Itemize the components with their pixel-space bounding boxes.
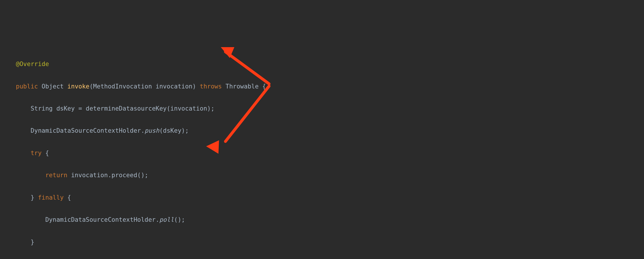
keyword-token: finally bbox=[38, 194, 64, 201]
signature-token: (MethodInvocation invocation) bbox=[89, 83, 196, 90]
keyword-token: throws bbox=[200, 83, 222, 90]
keyword-token: public bbox=[16, 83, 38, 90]
keyword-token: try bbox=[31, 150, 42, 157]
text-token: { bbox=[42, 150, 49, 157]
code-line: @Override bbox=[0, 58, 644, 70]
text-token: Throwable { bbox=[225, 83, 266, 90]
text-token: invocation.proceed(); bbox=[67, 172, 148, 179]
code-line: try { bbox=[0, 148, 644, 159]
text-token: } bbox=[31, 239, 34, 246]
code-line: DynamicDataSourceContextHolder.push(dsKe… bbox=[0, 125, 644, 136]
text-token: DynamicDataSourceContextHolder. bbox=[45, 216, 159, 223]
text-token: (dsKey); bbox=[159, 127, 189, 134]
code-line: } bbox=[0, 237, 644, 248]
text-token: } bbox=[31, 194, 38, 201]
code-line: public Object invoke(MethodInvocation in… bbox=[0, 81, 644, 92]
code-line: } finally { bbox=[0, 192, 644, 203]
text-token: (); bbox=[174, 216, 185, 223]
code-line: String dsKey = determineDatasourceKey(in… bbox=[0, 103, 644, 114]
method-name-token: invoke bbox=[67, 83, 90, 90]
code-editor[interactable]: @Override public Object invoke(MethodInv… bbox=[0, 45, 644, 259]
type-token: Object bbox=[42, 83, 64, 90]
annotation-token: @Override bbox=[16, 61, 49, 68]
code-line: DynamicDataSourceContextHolder.poll(); bbox=[0, 214, 644, 225]
code-line: return invocation.proceed(); bbox=[0, 170, 644, 181]
text-token: String dsKey = determineDatasourceKey(in… bbox=[31, 105, 214, 112]
keyword-token: return bbox=[45, 172, 67, 179]
static-method-token: push bbox=[145, 127, 159, 134]
text-token: DynamicDataSourceContextHolder. bbox=[31, 127, 145, 134]
static-method-token: poll bbox=[159, 216, 174, 223]
text-token: { bbox=[64, 194, 71, 201]
